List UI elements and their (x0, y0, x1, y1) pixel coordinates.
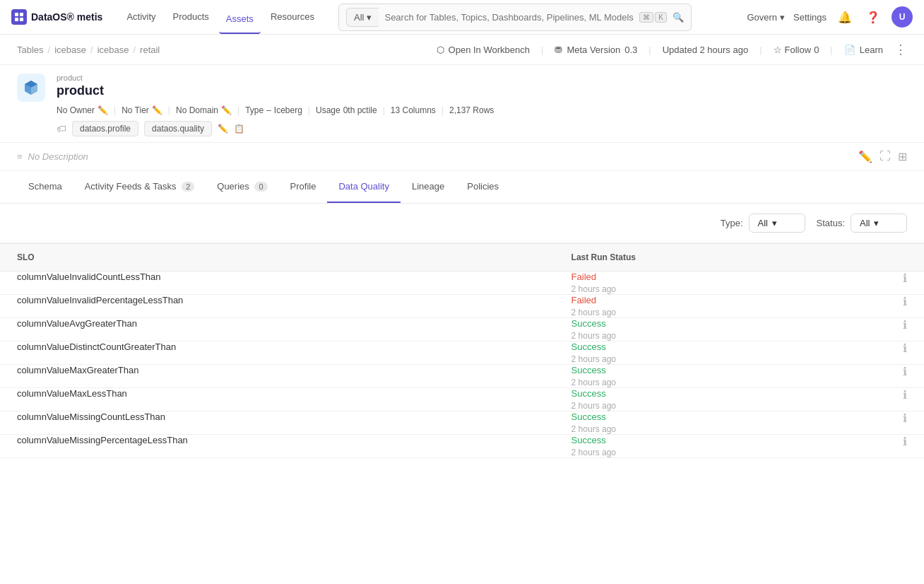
product-meta: No Owner ✏️ | No Tier ✏️ | No Domain ✏️ … (57, 105, 907, 115)
slo-name: columnValueMaxGreaterThan (0, 365, 555, 388)
queries-badge: 0 (254, 182, 267, 192)
avatar[interactable]: U (892, 6, 913, 28)
info-cell: ℹ (821, 318, 924, 341)
tab-activity-feeds[interactable]: Activity Feeds & Tasks 2 (73, 171, 206, 203)
add-tag-icon[interactable]: 📋 (234, 124, 244, 134)
slo-name: columnValueInvalidCountLessThan (0, 271, 555, 295)
edit-description-icon[interactable]: ✏️ (858, 150, 872, 163)
type-filter-group: Type: All ▾ (721, 214, 805, 233)
tab-data-quality[interactable]: Data Quality (327, 171, 401, 203)
tags-row: 🏷 dataos.profile dataos.quality ✏️ 📋 (57, 121, 907, 136)
open-workbench-button[interactable]: ⬡ Open In Workbench (437, 45, 530, 55)
time-ago: 2 hours ago (571, 308, 804, 317)
ai-description-icon[interactable]: ⊞ (898, 150, 907, 163)
breadcrumb-icebase2[interactable]: icebase (97, 45, 129, 55)
govern-dropdown[interactable]: Govern ▾ (747, 12, 785, 23)
list-icon: ≡ (17, 151, 23, 162)
tab-profile[interactable]: Profile (279, 171, 328, 203)
info-icon[interactable]: ℹ (903, 436, 907, 448)
info-icon[interactable]: ℹ (903, 412, 907, 424)
svg-rect-0 (15, 13, 18, 16)
status-cell: Success 2 hours ago (555, 341, 821, 365)
tab-schema[interactable]: Schema (17, 171, 73, 203)
nav-link-assets[interactable]: Assets (219, 11, 261, 34)
meta-version-icon: ⛃ (555, 45, 562, 55)
edit-tier-icon[interactable]: ✏️ (152, 105, 162, 115)
info-icon[interactable]: ℹ (903, 389, 907, 401)
table-row: columnValueDistinctCountGreaterThan Succ… (0, 341, 924, 365)
table-row: columnValueMaxLessThan Success 2 hours a… (0, 388, 924, 411)
status-value: Success (571, 388, 804, 399)
tab-policies[interactable]: Policies (456, 171, 510, 203)
status-value: Success (571, 365, 804, 375)
status-cell: Success 2 hours ago (555, 411, 821, 435)
info-icon[interactable]: ℹ (903, 342, 907, 354)
tag-profile[interactable]: dataos.profile (72, 121, 138, 136)
status-cell: Success 2 hours ago (555, 388, 821, 411)
breadcrumb-icebase1[interactable]: icebase (54, 45, 86, 55)
domain-meta: No Domain ✏️ (176, 105, 232, 115)
logo-text: DataOS® metis (31, 11, 102, 23)
workbench-icon: ⬡ (437, 45, 444, 55)
status-cell: Failed 2 hours ago (555, 271, 821, 295)
status-filter-label: Status: (817, 218, 845, 228)
info-cell: ℹ (821, 271, 924, 295)
more-options-button[interactable]: ⋮ (894, 42, 907, 57)
updated-time: Updated 2 hours ago (663, 45, 748, 55)
product-icon (17, 74, 45, 102)
col-status: Last Run Status (555, 244, 821, 271)
type-filter-select[interactable]: All ▾ (749, 214, 805, 233)
slo-name: columnValueMaxLessThan (0, 388, 555, 411)
time-ago: 2 hours ago (571, 354, 804, 364)
description-bar: ≡ No Description ✏️ ⛶ ⊞ (0, 143, 924, 171)
product-info: product product No Owner ✏️ | No Tier ✏️… (57, 74, 907, 136)
time-ago: 2 hours ago (571, 331, 804, 341)
info-icon[interactable]: ℹ (903, 319, 907, 331)
description-text: ≡ No Description (17, 151, 88, 162)
nav-link-products[interactable]: Products (166, 8, 216, 26)
svg-rect-1 (20, 13, 23, 16)
search-type-dropdown[interactable]: All ▾ (346, 8, 379, 27)
search-icon[interactable]: 🔍 (673, 12, 684, 23)
tabs-bar: Schema Activity Feeds & Tasks 2 Queries … (0, 171, 924, 204)
time-ago: 2 hours ago (571, 448, 804, 457)
time-ago: 2 hours ago (571, 284, 804, 294)
status-value: Success (571, 318, 804, 329)
breadcrumb-actions: ⬡ Open In Workbench | ⛃ Meta Version 0.3… (437, 42, 907, 57)
rows-meta: 2,137 Rows (449, 105, 494, 115)
status-value: Failed (571, 271, 804, 282)
info-cell: ℹ (821, 295, 924, 318)
expand-description-icon[interactable]: ⛶ (879, 150, 891, 163)
tab-queries[interactable]: Queries 0 (206, 171, 278, 203)
learn-button[interactable]: 📄 Learn (844, 45, 883, 55)
info-icon[interactable]: ℹ (903, 296, 907, 308)
info-icon[interactable]: ℹ (903, 272, 907, 284)
notifications-icon[interactable]: 🔔 (835, 7, 855, 27)
table-row: columnValueAvgGreaterThan Success 2 hour… (0, 318, 924, 341)
edit-tags-icon[interactable]: ✏️ (218, 124, 228, 134)
settings-button[interactable]: Settings (793, 12, 827, 23)
nav-link-resources[interactable]: Resources (263, 8, 321, 26)
help-icon[interactable]: ❓ (863, 7, 883, 27)
edit-owner-icon[interactable]: ✏️ (97, 105, 108, 115)
product-parent: product (57, 74, 907, 82)
search-input[interactable] (384, 12, 634, 23)
breadcrumb-tables[interactable]: Tables (17, 45, 44, 55)
product-name: product (57, 83, 907, 98)
info-icon[interactable]: ℹ (903, 366, 907, 378)
usage-meta: Usage 0th pctile (316, 105, 377, 115)
follow-button[interactable]: ☆ Follow 0 (774, 45, 819, 55)
slo-name: columnValueMissingPercentageLessThan (0, 435, 555, 458)
app-logo[interactable]: DataOS® metis (11, 9, 102, 25)
svg-rect-2 (15, 18, 18, 21)
nav-right: Govern ▾ Settings 🔔 ❓ U (747, 6, 913, 28)
nav-link-activity[interactable]: Activity (119, 8, 162, 26)
tag-quality[interactable]: dataos.quality (144, 121, 212, 136)
top-nav: DataOS® metis Activity Products Assets R… (0, 0, 924, 35)
status-filter-select[interactable]: All ▾ (851, 214, 907, 233)
info-cell: ℹ (821, 435, 924, 458)
edit-domain-icon[interactable]: ✏️ (221, 105, 232, 115)
tab-lineage[interactable]: Lineage (401, 171, 456, 203)
status-value: Failed (571, 295, 804, 305)
breadcrumb-retail[interactable]: retail (140, 45, 160, 55)
